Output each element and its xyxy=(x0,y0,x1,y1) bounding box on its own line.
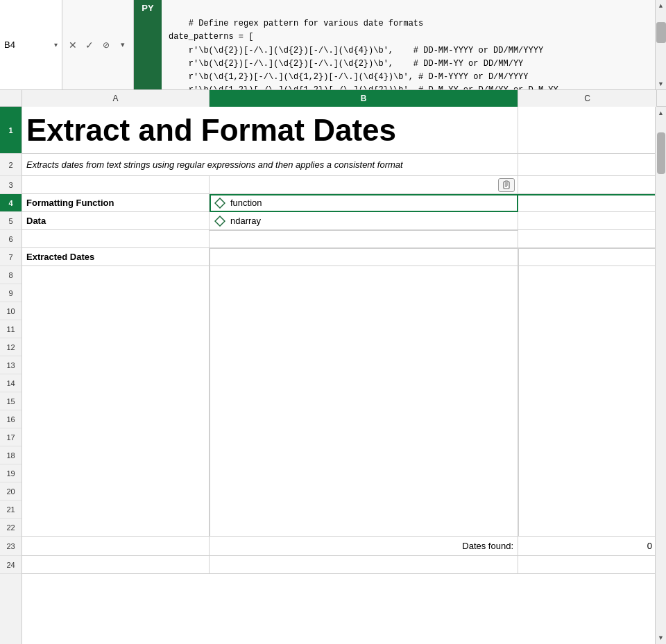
scroll-down-arrow[interactable]: ▼ xyxy=(658,78,664,89)
row-num-9[interactable]: 9 xyxy=(0,284,22,302)
cell-c1[interactable] xyxy=(518,107,655,154)
row-5: Data ndarray xyxy=(22,212,655,230)
column-header-c[interactable]: C xyxy=(518,90,657,107)
data-block xyxy=(22,266,655,537)
grid-content: Extract and Format Dates Extracts dates … xyxy=(22,107,655,644)
row-num-14[interactable]: 14 xyxy=(0,374,22,392)
cell-a6[interactable] xyxy=(22,230,210,248)
more-options-button[interactable]: ▾ xyxy=(115,37,130,53)
row-num-2[interactable]: 2 xyxy=(0,154,22,176)
row-3 xyxy=(22,176,655,194)
scroll-up-arrow[interactable]: ▲ xyxy=(658,0,664,11)
cell-reference-box[interactable]: B4 ▾ xyxy=(0,0,62,89)
formula-content[interactable]: # Define regex pattern for various date … xyxy=(162,0,655,89)
cell-c2[interactable] xyxy=(518,154,655,176)
row-num-19[interactable]: 19 xyxy=(0,464,22,482)
cell-a-data[interactable] xyxy=(22,266,210,537)
row-num-3[interactable]: 3 xyxy=(0,176,22,194)
row-num-17[interactable]: 17 xyxy=(0,428,22,446)
cell-b7[interactable] xyxy=(210,248,518,266)
column-headers: A B C xyxy=(0,90,666,107)
column-header-b[interactable]: B xyxy=(210,90,518,107)
corner-cell xyxy=(0,90,22,106)
cell-c7[interactable] xyxy=(518,248,655,266)
cell-c-data[interactable] xyxy=(518,266,655,537)
formula-bar: B4 ▾ ✕ ✓ ⊘ ▾ PY # Define regex pattern f… xyxy=(0,0,666,90)
cell-b23[interactable]: Dates found: xyxy=(210,537,518,556)
cancel-formula-button[interactable]: ✕ xyxy=(65,37,80,53)
svg-marker-5 xyxy=(215,198,225,208)
row-num-7[interactable]: 7 xyxy=(0,248,22,266)
row-num-4[interactable]: 4 xyxy=(0,194,22,212)
scroll-thumb[interactable] xyxy=(657,132,665,174)
cell-b6[interactable] xyxy=(210,230,518,248)
row-1: Extract and Format Dates xyxy=(22,107,655,154)
row-num-15[interactable]: 15 xyxy=(0,392,22,410)
cell-a24[interactable] xyxy=(22,556,210,574)
row-4: Formatting Function function xyxy=(22,194,655,212)
row-num-5[interactable]: 5 xyxy=(0,212,22,230)
svg-marker-6 xyxy=(215,216,225,226)
row-23: Dates found: 0 xyxy=(22,537,655,556)
cell-c5[interactable] xyxy=(518,212,655,230)
row-7: Extracted Dates xyxy=(22,248,655,266)
cell-c3[interactable] xyxy=(518,176,655,194)
cell-c4[interactable] xyxy=(518,194,655,212)
formula-controls: ✕ ✓ ⊘ ▾ xyxy=(62,0,134,89)
row-num-11[interactable]: 11 xyxy=(0,320,22,338)
row-num-13[interactable]: 13 xyxy=(0,356,22,374)
scroll-down-icon[interactable]: ▼ xyxy=(658,632,664,644)
cell-b24[interactable] xyxy=(210,556,518,574)
row-num-6[interactable]: 6 xyxy=(0,230,22,248)
insert-function-button[interactable]: ⊘ xyxy=(99,37,114,53)
python-diamond-icon-2 xyxy=(214,215,226,227)
row-num-8[interactable]: 8 xyxy=(0,266,22,284)
cell-a2[interactable]: Extracts dates from text strings using r… xyxy=(22,154,518,176)
cell-b5[interactable]: ndarray xyxy=(210,212,518,230)
cell-a4[interactable]: Formatting Function xyxy=(22,194,210,212)
row-num-1[interactable]: 1 xyxy=(0,107,22,154)
row-num-21[interactable]: 21 xyxy=(0,501,22,519)
confirm-formula-button[interactable]: ✓ xyxy=(82,37,97,53)
row-numbers: 1 2 3 4 5 6 7 8 9 10 11 12 13 14 15 16 1… xyxy=(0,107,22,644)
cell-c24[interactable] xyxy=(518,556,655,574)
cell-reference-text: B4 xyxy=(4,40,54,50)
cell-b4[interactable]: function xyxy=(210,194,518,212)
cell-b5-content: ndarray xyxy=(214,215,261,227)
python-diamond-icon xyxy=(214,197,226,209)
cell-a3[interactable] xyxy=(22,176,210,194)
cell-b3[interactable] xyxy=(210,176,518,194)
row-num-18[interactable]: 18 xyxy=(0,446,22,464)
vertical-scrollbar[interactable]: ▲ ▼ xyxy=(655,107,666,644)
row-num-23[interactable]: 23 xyxy=(0,537,22,556)
cell-a23[interactable] xyxy=(22,537,210,556)
row-num-16[interactable]: 16 xyxy=(0,410,22,428)
column-header-a[interactable]: A xyxy=(22,90,210,107)
clipboard-button[interactable] xyxy=(498,178,515,192)
chevron-down-icon: ▾ xyxy=(54,41,58,49)
row-num-12[interactable]: 12 xyxy=(0,338,22,356)
cell-a1[interactable]: Extract and Format Dates xyxy=(22,107,518,154)
cell-a5[interactable]: Data xyxy=(22,212,210,230)
formula-scrollbar[interactable]: ▲ ▼ xyxy=(655,0,666,89)
row-num-10[interactable]: 10 xyxy=(0,302,22,320)
row-24 xyxy=(22,556,655,574)
row-num-22[interactable]: 22 xyxy=(0,519,22,537)
cell-b4-content: function xyxy=(214,197,262,209)
cell-b-data[interactable] xyxy=(210,266,518,537)
scroll-up-icon[interactable]: ▲ xyxy=(658,107,664,119)
cell-c6[interactable] xyxy=(518,230,655,248)
cell-c23[interactable]: 0 xyxy=(518,537,655,556)
scroll-thumb[interactable] xyxy=(656,22,666,43)
row-2: Extracts dates from text strings using r… xyxy=(22,154,655,176)
row-num-20[interactable]: 20 xyxy=(0,482,22,501)
svg-rect-1 xyxy=(505,181,508,182)
spreadsheet: A B C 1 2 3 4 5 6 7 8 9 10 11 12 13 14 1… xyxy=(0,90,666,644)
row-6 xyxy=(22,230,655,248)
grid-body: 1 2 3 4 5 6 7 8 9 10 11 12 13 14 15 16 1… xyxy=(0,107,666,644)
python-badge: PY xyxy=(134,0,162,89)
row-num-24[interactable]: 24 xyxy=(0,556,22,574)
cell-a7[interactable]: Extracted Dates xyxy=(22,248,210,266)
